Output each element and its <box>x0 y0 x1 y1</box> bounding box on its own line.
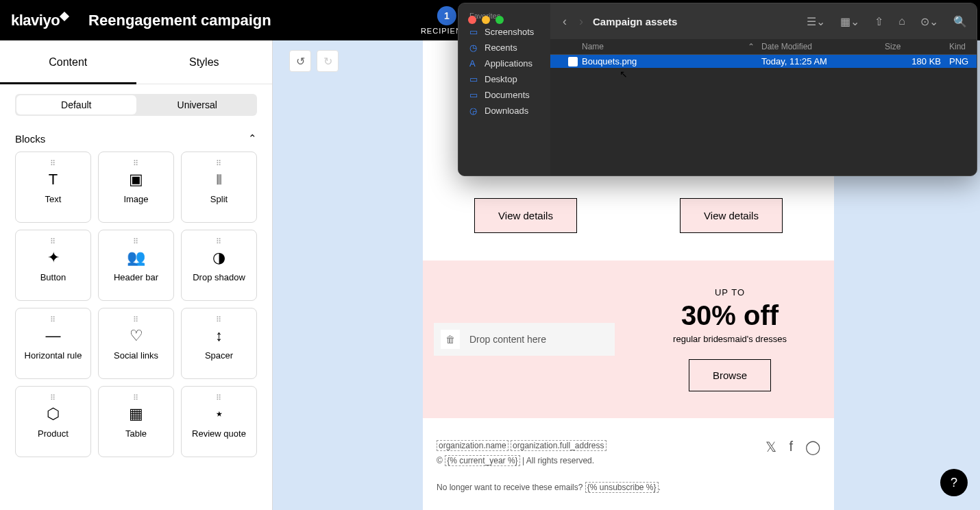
block-label: Image <box>123 194 148 204</box>
block-label: Header bar <box>114 272 158 282</box>
step-num-1: 1 <box>437 6 456 25</box>
social-links-icon: ♡ <box>130 327 143 345</box>
facebook-icon[interactable]: f <box>789 439 793 454</box>
folder-icon: A <box>469 58 479 69</box>
block-label: Product <box>38 428 69 439</box>
text-icon: T <box>49 171 58 189</box>
org-addr-tag[interactable]: organization.full_address <box>511 440 606 451</box>
twitter-icon[interactable]: 𝕏 <box>765 439 776 455</box>
promo-reg: regular bridesmaid's dresses <box>673 334 787 344</box>
search-icon[interactable]: 🔍 <box>953 15 967 28</box>
promo-pct: 30% off <box>681 300 779 331</box>
sort-asc-icon: ⌃ <box>748 42 755 51</box>
maximize-window-icon[interactable] <box>495 16 504 24</box>
blocks-section-header[interactable]: Blocks ⌃ <box>0 125 272 151</box>
favorite-label: Recents <box>485 42 517 53</box>
favorite-label: Screenshots <box>485 27 534 37</box>
finder-sidebar: Favorites ▭Screenshots◷RecentsAApplicati… <box>458 3 550 175</box>
list-view-icon[interactable]: ☰⌄ <box>807 15 825 28</box>
grid-options-icon[interactable]: ▦⌄ <box>840 15 859 28</box>
block-table[interactable]: ⠿▦Table <box>98 386 174 457</box>
col-kind[interactable]: Kind <box>949 42 977 51</box>
more-icon[interactable]: ⊙⌄ <box>920 15 938 28</box>
block-label: Social links <box>114 350 158 361</box>
unsub-tag[interactable]: {% unsubscribe %} <box>585 482 659 493</box>
rights-text: | All rights reserved. <box>522 456 594 465</box>
instagram-icon[interactable]: ◯ <box>805 439 820 455</box>
col-date[interactable]: Date Modified <box>761 42 885 51</box>
finder-window[interactable]: Favorites ▭Screenshots◷RecentsAApplicati… <box>458 3 977 176</box>
blocks-grid: ⠿TText⠿▣Image⠿⦀Split⠿✦Button⠿👥Header bar… <box>0 151 272 457</box>
col-size[interactable]: Size <box>885 42 949 51</box>
block-drop-shadow[interactable]: ⠿◑Drop shadow <box>181 230 257 301</box>
logo-mark-icon <box>60 11 69 21</box>
favorite-label: Desktop <box>485 74 517 84</box>
segmented-control: Default Universal <box>15 94 257 116</box>
seg-default[interactable]: Default <box>16 95 136 114</box>
tab-content[interactable]: Content <box>0 40 136 84</box>
spacer-icon: ↕ <box>215 327 223 345</box>
window-traffic-lights <box>468 16 504 24</box>
favorite-screenshots[interactable]: ▭Screenshots <box>464 24 545 40</box>
favorite-applications[interactable]: AApplications <box>464 56 545 71</box>
block-header-bar[interactable]: ⠿👥Header bar <box>98 230 174 301</box>
view-details-button-2[interactable]: View details <box>680 198 783 233</box>
undo-button[interactable]: ↺ <box>289 50 311 72</box>
block-review-quote[interactable]: ⠿⋆Review quote <box>181 386 257 457</box>
blocks-title: Blocks <box>15 133 45 145</box>
product-icon: ⬡ <box>47 405 60 423</box>
file-row[interactable]: ▫ Bouquets.png Today, 11:25 AM 180 KB PN… <box>550 55 977 68</box>
browse-button[interactable]: Browse <box>689 359 771 391</box>
block-label: Text <box>45 194 62 204</box>
favorite-downloads[interactable]: ◶Downloads <box>464 103 545 119</box>
favorite-recents[interactable]: ◷Recents <box>464 40 545 56</box>
block-spacer[interactable]: ⠿↕Spacer <box>181 308 257 379</box>
drop-shadow-icon: ◑ <box>212 249 225 267</box>
year-tag[interactable]: {% current_year %} <box>445 455 519 466</box>
view-details-button-1[interactable]: View details <box>474 198 577 233</box>
logo-text: klaviyo <box>11 12 60 29</box>
copyright-icon: © <box>437 456 445 465</box>
block-label: Spacer <box>205 350 233 361</box>
trash-icon[interactable]: 🗑 <box>441 330 460 349</box>
redo-button[interactable]: ↻ <box>317 50 339 72</box>
favorite-documents[interactable]: ▭Documents <box>464 87 545 103</box>
forward-icon[interactable]: › <box>579 14 583 29</box>
tag-icon[interactable]: ⌂ <box>898 15 905 27</box>
drag-handle-icon: ⠿ <box>216 237 223 246</box>
favorite-label: Applications <box>485 58 532 69</box>
panel-tabs: Content Styles <box>0 40 272 84</box>
minimize-window-icon[interactable] <box>482 16 490 24</box>
favorite-label: Documents <box>485 90 530 100</box>
seg-universal[interactable]: Universal <box>138 94 258 116</box>
canvas-toolbar: ↺ ↻ <box>289 50 339 72</box>
image-file-icon: ▫ <box>568 57 578 66</box>
block-product[interactable]: ⠿⬡Product <box>15 386 91 457</box>
horizontal-rule-icon: — <box>46 327 61 345</box>
block-social-links[interactable]: ⠿♡Social links <box>98 308 174 379</box>
col-name[interactable]: Name <box>582 42 604 51</box>
review-quote-icon: ⋆ <box>215 405 224 423</box>
close-window-icon[interactable] <box>468 16 476 24</box>
block-split[interactable]: ⠿⦀Split <box>181 151 257 223</box>
split-icon: ⦀ <box>216 171 222 189</box>
back-icon[interactable]: ‹ <box>563 14 567 29</box>
help-button[interactable]: ? <box>940 469 968 496</box>
block-horizontal-rule[interactable]: ⠿—Horizontal rule <box>15 308 91 379</box>
header-bar-icon: 👥 <box>127 249 145 267</box>
favorite-desktop[interactable]: ▭Desktop <box>464 71 545 87</box>
block-image[interactable]: ⠿▣Image <box>98 151 174 223</box>
tab-styles[interactable]: Styles <box>136 40 273 84</box>
block-label: Review quote <box>192 428 246 439</box>
finder-title: Campaign assets <box>593 16 677 27</box>
dropzone[interactable]: 🗑 Drop content here <box>434 323 615 356</box>
chevron-up-icon: ⌃ <box>248 132 257 145</box>
file-kind: PNG <box>949 56 977 66</box>
folder-icon: ◶ <box>469 106 479 116</box>
block-button[interactable]: ⠿✦Button <box>15 230 91 301</box>
share-icon[interactable]: ⇧ <box>874 15 883 28</box>
folder-icon: ▭ <box>469 27 479 37</box>
block-text[interactable]: ⠿TText <box>15 151 91 223</box>
file-name: Bouquets.png <box>582 56 637 66</box>
org-name-tag[interactable]: organization.name <box>437 440 509 451</box>
